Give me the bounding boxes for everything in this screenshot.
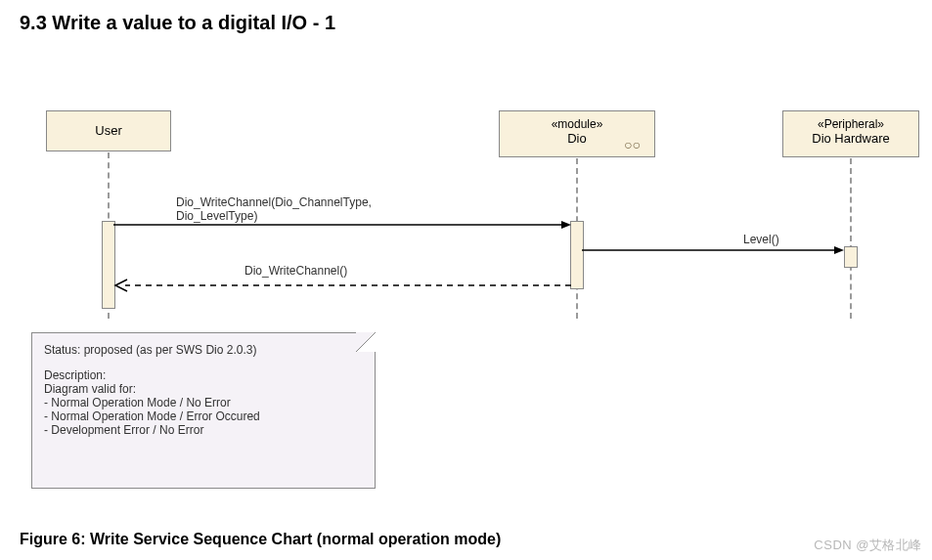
- note-fold-icon: [356, 332, 376, 352]
- activation-user: [102, 221, 115, 309]
- note-status: Status: proposed (as per SWS Dio 2.0.3): [44, 343, 363, 357]
- message-label-return: Dio_WriteChannel(): [244, 264, 347, 278]
- glasses-icon: ○○: [624, 137, 641, 152]
- lifeline-peripheral-name: Dio Hardware: [787, 131, 914, 146]
- message-label-level: Level(): [743, 233, 779, 246]
- lifeline-user-name: User: [51, 117, 166, 145]
- note-line-3: - Normal Operation Mode / Error Occured: [44, 409, 363, 423]
- svg-marker-3: [834, 246, 844, 254]
- lifeline-user: User: [46, 110, 171, 151]
- watermark-text: CSDN @艾格北峰: [814, 537, 922, 554]
- svg-marker-1: [561, 221, 571, 229]
- note-line-4: - Development Error / No Error: [44, 423, 363, 437]
- lifeline-dash-peripheral: [850, 158, 852, 319]
- figure-caption: Figure 6: Write Service Sequence Chart (…: [20, 531, 501, 548]
- note-description-label: Description:: [44, 368, 363, 382]
- activation-peripheral: [844, 246, 858, 268]
- message-label-write-channel: Dio_WriteChannel(Dio_ChannelType, Dio_Le…: [176, 195, 372, 223]
- note-line-2: - Normal Operation Mode / No Error: [44, 396, 363, 409]
- diagram-note: Status: proposed (as per SWS Dio 2.0.3) …: [31, 332, 376, 489]
- lifeline-peripheral-stereotype: «Peripheral»: [787, 117, 914, 131]
- lifeline-peripheral: «Peripheral» Dio Hardware: [782, 110, 919, 157]
- note-line-1: Diagram valid for:: [44, 382, 363, 396]
- lifeline-dio: «module» Dio ○○: [499, 110, 655, 157]
- lifeline-dio-stereotype: «module»: [504, 117, 650, 131]
- message-arrow-return: [113, 280, 571, 293]
- message-arrow-level: [582, 246, 844, 258]
- section-heading: 9.3 Write a value to a digital I/O - 1: [20, 12, 335, 34]
